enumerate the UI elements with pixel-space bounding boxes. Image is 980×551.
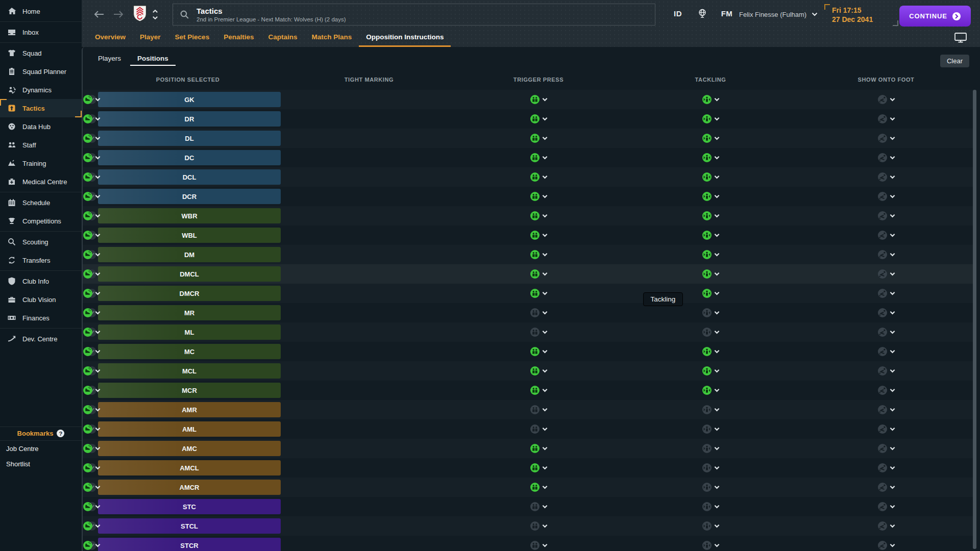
- tight-marking-select[interactable]: [530, 482, 548, 492]
- position-bar[interactable]: MC: [98, 344, 281, 359]
- tab-overview[interactable]: Overview: [88, 28, 133, 47]
- tackling-select[interactable]: [877, 540, 895, 550]
- sidebar-item-dynamics[interactable]: Dynamics: [0, 81, 82, 99]
- tackling-select[interactable]: [877, 211, 895, 221]
- back-arrow-icon[interactable]: [93, 9, 105, 20]
- show-onto-foot-select[interactable]: [83, 308, 101, 318]
- tight-marking-select[interactable]: [530, 443, 548, 454]
- trigger-press-select[interactable]: [702, 249, 720, 260]
- position-bar[interactable]: MCR: [98, 383, 281, 398]
- tight-marking-select[interactable]: [530, 463, 548, 473]
- position-bar[interactable]: WBR: [98, 208, 281, 223]
- bookmark-item-shortlist[interactable]: Shortlist: [0, 456, 82, 471]
- position-bar[interactable]: AML: [98, 421, 281, 437]
- tackling-select[interactable]: [877, 153, 895, 163]
- tackling-select[interactable]: [877, 366, 895, 376]
- tight-marking-select[interactable]: [530, 405, 548, 415]
- position-bar[interactable]: WBL: [98, 228, 281, 243]
- trigger-press-select[interactable]: [702, 366, 720, 376]
- club-crest[interactable]: [133, 5, 147, 22]
- tab-penalties[interactable]: Penalties: [216, 28, 261, 47]
- tight-marking-select[interactable]: [530, 366, 548, 376]
- globe-icon[interactable]: [697, 8, 707, 20]
- tight-marking-select[interactable]: [530, 133, 548, 143]
- search-title-bar[interactable]: Tactics 2nd in Premier League - Next Mat…: [173, 4, 655, 26]
- trigger-press-select[interactable]: [702, 94, 720, 105]
- sidebar-item-transfers[interactable]: Transfers: [0, 251, 82, 269]
- sidebar-item-schedule[interactable]: Schedule: [0, 193, 82, 212]
- trigger-press-select[interactable]: [702, 133, 720, 143]
- position-bar[interactable]: DMCR: [98, 286, 281, 301]
- show-onto-foot-select[interactable]: [83, 269, 101, 279]
- show-onto-foot-select[interactable]: [83, 230, 101, 240]
- trigger-press-select[interactable]: [702, 521, 720, 531]
- position-bar[interactable]: MR: [98, 305, 281, 320]
- tight-marking-select[interactable]: [530, 502, 548, 512]
- tight-marking-select[interactable]: [530, 424, 548, 434]
- trigger-press-select[interactable]: [702, 385, 720, 395]
- tackling-select[interactable]: [877, 133, 895, 143]
- trigger-press-select[interactable]: [702, 405, 720, 415]
- subtab-players[interactable]: Players: [90, 50, 129, 68]
- tight-marking-select[interactable]: [530, 249, 548, 260]
- show-onto-foot-select[interactable]: [83, 94, 101, 105]
- show-onto-foot-select[interactable]: [83, 172, 101, 182]
- tab-set-pieces[interactable]: Set Pieces: [168, 28, 217, 47]
- tackling-select[interactable]: [877, 521, 895, 531]
- scrollbar[interactable]: [973, 90, 976, 549]
- id-button[interactable]: ID: [669, 9, 687, 18]
- user-menu[interactable]: Felix Finesse (Fulham): [739, 0, 818, 29]
- position-bar[interactable]: DM: [98, 247, 281, 262]
- sidebar-item-home[interactable]: Home: [0, 2, 82, 20]
- sidebar-item-squad-planner[interactable]: Squad Planner: [0, 62, 82, 81]
- tight-marking-select[interactable]: [530, 346, 548, 357]
- tight-marking-select[interactable]: [530, 385, 548, 395]
- trigger-press-select[interactable]: [702, 502, 720, 512]
- position-bar[interactable]: DCR: [98, 189, 281, 204]
- tab-player[interactable]: Player: [133, 28, 168, 47]
- position-bar[interactable]: DMCL: [98, 266, 281, 282]
- trigger-press-select[interactable]: [702, 153, 720, 163]
- position-bar[interactable]: ML: [98, 324, 281, 340]
- position-bar[interactable]: AMCR: [98, 480, 281, 495]
- monitor-icon[interactable]: [954, 33, 967, 43]
- trigger-press-select[interactable]: [702, 540, 720, 550]
- tight-marking-select[interactable]: [530, 191, 548, 202]
- show-onto-foot-select[interactable]: [83, 211, 101, 221]
- sidebar-item-scouting[interactable]: Scouting: [0, 233, 82, 251]
- position-bar[interactable]: STC: [98, 499, 281, 514]
- show-onto-foot-select[interactable]: [83, 482, 101, 492]
- show-onto-foot-select[interactable]: [83, 463, 101, 473]
- tackling-select[interactable]: [877, 191, 895, 202]
- tackling-select[interactable]: [877, 405, 895, 415]
- show-onto-foot-select[interactable]: [83, 424, 101, 434]
- continue-button[interactable]: CONTINUE: [899, 6, 971, 27]
- tight-marking-select[interactable]: [530, 94, 548, 105]
- show-onto-foot-select[interactable]: [83, 502, 101, 512]
- sidebar-item-medical-centre[interactable]: Medical Centre: [0, 172, 82, 191]
- tackling-select[interactable]: [877, 327, 895, 337]
- tab-opposition-instructions[interactable]: Opposition Instructions: [359, 28, 451, 47]
- show-onto-foot-select[interactable]: [83, 114, 101, 124]
- tight-marking-select[interactable]: [530, 521, 548, 531]
- tackling-select[interactable]: [877, 94, 895, 105]
- tackling-select[interactable]: [877, 463, 895, 473]
- subtab-positions[interactable]: Positions: [129, 50, 177, 68]
- show-onto-foot-select[interactable]: [83, 191, 101, 202]
- trigger-press-select[interactable]: [702, 288, 720, 298]
- tackling-select[interactable]: [877, 288, 895, 298]
- sidebar-item-dev-centre[interactable]: Dev. Centre: [0, 330, 82, 348]
- tackling-select[interactable]: [877, 172, 895, 182]
- show-onto-foot-select[interactable]: [83, 405, 101, 415]
- trigger-press-select[interactable]: [702, 346, 720, 357]
- position-bar[interactable]: STCL: [98, 518, 281, 534]
- fm-button[interactable]: FM: [718, 9, 736, 18]
- tackling-select[interactable]: [877, 346, 895, 357]
- position-bar[interactable]: DC: [98, 150, 281, 165]
- tackling-select[interactable]: [877, 230, 895, 240]
- club-spinner-icon[interactable]: [152, 9, 158, 20]
- tackling-select[interactable]: [877, 424, 895, 434]
- sidebar-item-data-hub[interactable]: Data Hub: [0, 117, 82, 136]
- trigger-press-select[interactable]: [702, 463, 720, 473]
- sidebar-item-club-vision[interactable]: Club Vision: [0, 290, 82, 309]
